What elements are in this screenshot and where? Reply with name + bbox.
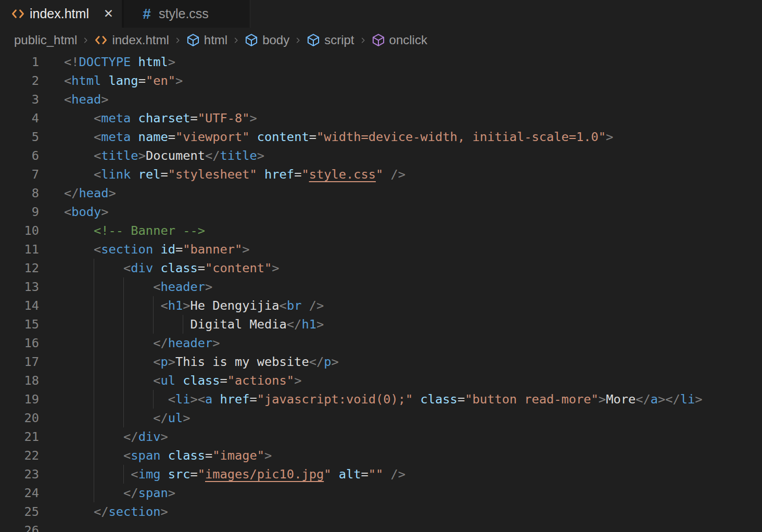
- code-token: >: [183, 411, 190, 425]
- breadcrumb-item-onclick[interactable]: onclick: [372, 33, 427, 47]
- code-token: >: [160, 504, 168, 519]
- line-number: 1: [0, 53, 39, 71]
- breadcrumb-item-index-html[interactable]: index.html: [94, 33, 169, 47]
- code-token: </: [123, 486, 138, 500]
- code-line-content[interactable]: <img src="images/pic10.jpg" alt="" />: [64, 465, 405, 484]
- code-token: ": [301, 167, 309, 182]
- code-token: head: [79, 186, 109, 200]
- code-line-content[interactable]: <ul class="actions">: [64, 371, 301, 390]
- code-line: 19 <li><a href="javascript:void(0);" cla…: [0, 390, 762, 409]
- line-number: 17: [0, 352, 39, 371]
- line-number: 19: [0, 390, 39, 409]
- code-token: </: [64, 186, 79, 200]
- code-token: <: [153, 280, 160, 294]
- indent-whitespace: [64, 261, 123, 275]
- code-token: "": [369, 467, 384, 482]
- indent-whitespace: [64, 373, 153, 388]
- code-line-content[interactable]: <p>This is my website</p>: [64, 352, 339, 371]
- code-line-content[interactable]: </div>: [64, 427, 168, 446]
- breadcrumb-item-body[interactable]: body: [245, 33, 289, 47]
- code-line-content[interactable]: <title>Document</title>: [64, 146, 264, 165]
- code-token: meta: [101, 111, 131, 125]
- code-token: >: [175, 73, 183, 88]
- code-token: ><: [190, 392, 205, 407]
- code-token: </: [94, 504, 109, 519]
- code-line-content[interactable]: <html lang="en">: [64, 71, 183, 90]
- code-line-content[interactable]: <meta charset="UTF-8">: [64, 109, 257, 128]
- symbol-cube-icon: [245, 33, 258, 47]
- code-line-content[interactable]: <!-- Banner -->: [64, 221, 205, 240]
- code-line: 20 </ul>: [0, 409, 762, 427]
- breadcrumb-item-html[interactable]: html: [186, 33, 227, 47]
- symbol-cube-icon: [186, 33, 200, 47]
- line-number: 6: [0, 146, 39, 165]
- chevron-right-icon: [359, 36, 367, 44]
- code-line-content[interactable]: <head>: [64, 90, 109, 109]
- code-line: 18 <ul class="actions">: [0, 371, 762, 390]
- indent-whitespace: [64, 448, 123, 463]
- code-line-content[interactable]: <body>: [64, 202, 109, 221]
- code-line-content[interactable]: </ul>: [64, 409, 190, 427]
- code-token: "viewport": [175, 130, 250, 144]
- indent-whitespace: [64, 354, 153, 369]
- code-line-content[interactable]: <span class="image">: [64, 446, 272, 465]
- code-line: 1<!DOCTYPE html>: [0, 53, 762, 71]
- code-line-content[interactable]: </head>: [64, 184, 116, 202]
- code-line-content[interactable]: <header>: [64, 277, 212, 296]
- code-line: 2<html lang="en">: [0, 71, 762, 90]
- code-token: section: [109, 504, 161, 519]
- code-token: <: [168, 392, 175, 407]
- breadcrumb-item-script[interactable]: script: [307, 33, 354, 47]
- code-token: />: [301, 298, 324, 313]
- code-line: 8</head>: [0, 184, 762, 202]
- code-line: 23 <img src="images/pic10.jpg" alt="" />: [0, 465, 762, 484]
- code-token: class: [175, 373, 220, 388]
- code-line-content[interactable]: <li><a href="javascript:void(0);" class=…: [64, 390, 703, 409]
- code-editor: 1<!DOCTYPE html>2<html lang="en">3<head>…: [0, 53, 762, 532]
- code-line: 14 <h1>He Dengyijia<br />: [0, 296, 762, 315]
- code-line: 10 <!-- Banner -->: [0, 221, 762, 240]
- tab-label: style.css: [159, 6, 209, 21]
- code-line-content[interactable]: <div class="content">: [64, 259, 280, 277]
- breadcrumb-item-public-html[interactable]: public_html: [14, 33, 77, 47]
- code-line-content[interactable]: </header>: [64, 334, 220, 352]
- code-token: >: [695, 392, 702, 407]
- close-icon[interactable]: ✕: [103, 7, 115, 21]
- code-line-content[interactable]: Digital Media</h1>: [64, 315, 324, 334]
- code-line-content[interactable]: <!DOCTYPE html>: [64, 53, 175, 71]
- code-token: />: [383, 467, 405, 482]
- code-token: rel: [131, 167, 160, 182]
- code-line-content[interactable]: </span>: [64, 484, 175, 502]
- indent-whitespace: [64, 392, 168, 407]
- code-token: charset: [131, 111, 190, 125]
- code-token: =: [458, 392, 465, 407]
- indent-whitespace: [64, 280, 153, 294]
- code-line-content[interactable]: </section>: [64, 502, 168, 521]
- code-line: 3<head>: [0, 90, 762, 109]
- code-token: ul: [168, 411, 183, 425]
- code-token: <: [153, 373, 160, 388]
- code-line-content[interactable]: <section id="banner">: [64, 240, 250, 259]
- line-number: 10: [0, 221, 39, 240]
- line-number: 14: [0, 296, 39, 315]
- code-line-content[interactable]: <link rel="stylesheet" href="style.css" …: [64, 165, 405, 184]
- code-token: a: [651, 392, 658, 407]
- code-line: 21 </div>: [0, 427, 762, 446]
- tab-index-html[interactable]: index.html✕: [0, 0, 124, 28]
- code-token: >: [138, 148, 146, 163]
- code-token: body: [71, 205, 101, 219]
- code-line-content[interactable]: <h1>He Dengyijia<br />: [64, 296, 324, 315]
- code-token: "javascript:void(0);": [257, 392, 413, 407]
- code-token: a: [205, 392, 212, 407]
- code-token: =: [250, 392, 257, 407]
- breadcrumb-label: index.html: [112, 33, 169, 47]
- tab-style-css[interactable]: #style.css: [124, 0, 250, 28]
- line-number: 15: [0, 315, 39, 334]
- code-token: >: [242, 242, 249, 257]
- code-token: html: [131, 55, 168, 69]
- code-line-content[interactable]: <meta name="viewport" content="width=dev…: [64, 128, 613, 146]
- code-token: </: [287, 317, 302, 332]
- line-number: 7: [0, 165, 39, 184]
- code-token: class: [153, 261, 198, 275]
- code-token: br: [287, 298, 302, 313]
